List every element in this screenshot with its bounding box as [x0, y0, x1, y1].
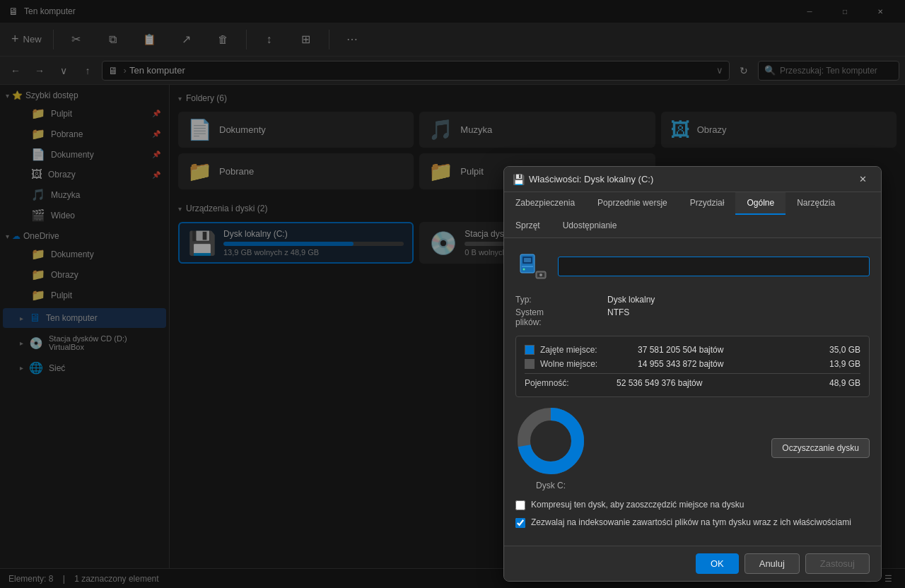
type-label: Typ:	[515, 295, 607, 305]
used-size: 35,0 GB	[764, 345, 860, 355]
tab-sprzet[interactable]: Sprzęt	[504, 215, 551, 237]
fs-row: Systemplików: NTFS	[515, 307, 870, 327]
type-value: Dysk lokalny	[607, 295, 655, 305]
free-label: Wolne miejsce:	[540, 359, 632, 369]
tab-przydzia[interactable]: Przydział	[679, 192, 736, 215]
donut-label: Dysk C:	[536, 481, 566, 490]
drive-icon	[518, 252, 547, 281]
svg-point-4	[523, 269, 525, 271]
capacity-bytes: 52 536 549 376 bajtów	[617, 378, 737, 388]
used-space-row: Zajęte miejsce: 37 581 205 504 bajtów 35…	[525, 345, 860, 355]
index-label: Zezwalaj na indeksowanie zawartości plik…	[531, 517, 851, 529]
free-bytes: 14 955 343 872 bajtów	[638, 359, 758, 369]
free-size: 13,9 GB	[764, 359, 860, 369]
dialog-title-label: Właściwości: Dysk lokalny (C:)	[529, 174, 653, 184]
capacity-label: Pojemność:	[525, 378, 617, 388]
dialog-titlebar: 💾 Właściwości: Dysk lokalny (C:) ✕	[504, 167, 881, 192]
dialog-title: 💾 Właściwości: Dysk lokalny (C:)	[513, 174, 653, 185]
drive-name-input[interactable]	[558, 257, 870, 276]
used-color-box	[525, 345, 535, 355]
dialog-tabs: Zabezpieczenia Poprzednie wersje Przydzi…	[504, 192, 881, 238]
donut-section: Dysk C: Oczyszczanie dysku	[515, 406, 870, 490]
svg-rect-2	[524, 258, 531, 262]
tab-udostepnianie[interactable]: Udostępnianie	[551, 215, 629, 237]
donut-chart	[515, 406, 586, 476]
tab-ogolne[interactable]: Ogólne	[735, 192, 786, 215]
index-checkbox[interactable]	[515, 518, 525, 528]
properties-dialog: 💾 Właściwości: Dysk lokalny (C:) ✕ Zabez…	[503, 166, 882, 582]
apply-button[interactable]: Zastosuj	[805, 553, 870, 574]
type-row: Typ: Dysk lokalny	[515, 295, 870, 305]
tab-narzedzia[interactable]: Narzędzia	[786, 192, 846, 215]
compress-row: Kompresuj ten dysk, aby zaoszczędzić mie…	[515, 499, 870, 511]
svg-rect-3	[522, 266, 533, 267]
drive-icon-area	[515, 249, 549, 283]
svg-point-7	[539, 274, 542, 276]
ok-button[interactable]: OK	[696, 553, 739, 574]
tab-poprzednie-wersje[interactable]: Poprzednie wersje	[586, 192, 679, 215]
dialog-close-button[interactable]: ✕	[853, 170, 872, 189]
free-color-box	[525, 359, 535, 369]
cleanup-disk-button[interactable]: Oczyszczanie dysku	[771, 438, 870, 458]
donut-chart-container: Dysk C:	[515, 406, 586, 490]
fs-value: NTFS	[607, 307, 629, 327]
fs-label: Systemplików:	[515, 307, 607, 327]
checkbox-section: Kompresuj ten dysk, aby zaoszczędzić mie…	[515, 499, 870, 529]
used-label: Zajęte miejsce:	[540, 345, 632, 355]
dialog-content: Typ: Dysk lokalny Systemplików: NTFS Zaj…	[504, 238, 881, 546]
compress-checkbox[interactable]	[515, 500, 525, 510]
used-bytes: 37 581 205 504 bajtów	[638, 345, 758, 355]
free-space-row: Wolne miejsce: 14 955 343 872 bajtów 13,…	[525, 359, 860, 369]
disk-usage-section: Zajęte miejsce: 37 581 205 504 bajtów 35…	[515, 336, 870, 397]
dialog-title-icon: 💾	[513, 174, 525, 185]
drive-name-row	[515, 249, 870, 283]
capacity-row: Pojemność: 52 536 549 376 bajtów 48,9 GB	[525, 373, 860, 388]
tab-zabezpieczenia[interactable]: Zabezpieczenia	[504, 192, 586, 215]
cancel-button[interactable]: Anuluj	[745, 553, 800, 574]
index-row: Zezwalaj na indeksowanie zawartości plik…	[515, 517, 870, 529]
compress-label: Kompresuj ten dysk, aby zaoszczędzić mie…	[531, 499, 744, 511]
dialog-footer: OK Anuluj Zastosuj	[504, 546, 881, 581]
capacity-size: 48,9 GB	[737, 378, 860, 388]
svg-point-10	[531, 421, 571, 461]
drive-info: Typ: Dysk lokalny Systemplików: NTFS	[515, 295, 870, 327]
